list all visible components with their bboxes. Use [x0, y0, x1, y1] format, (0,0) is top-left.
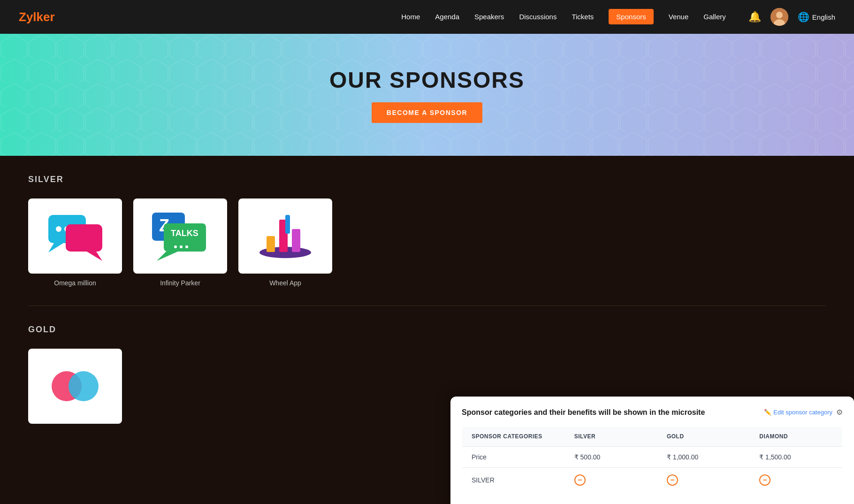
- col-header-categories: SPONSOR CATEGORIES: [462, 427, 565, 447]
- sponsor-card-infinity[interactable]: Z TALKS: [133, 199, 227, 274]
- sponsor-card-wheel[interactable]: [238, 199, 332, 274]
- settings-button[interactable]: ⚙: [836, 408, 843, 417]
- wheel-icon: [255, 210, 316, 262]
- table-body: Price ₹ 500.00 ₹ 1,000.00 ₹ 1,500.00 SIL…: [462, 447, 843, 462]
- nav-item-agenda[interactable]: Agenda: [435, 13, 459, 21]
- hero-title: OUR SPONSORS: [329, 67, 525, 93]
- gear-icon: ⚙: [836, 408, 843, 416]
- sponsor-item-wheel: Wheel App: [238, 199, 332, 287]
- bell-icon[interactable]: 🔔: [748, 11, 761, 23]
- edit-link-label: Edit sponsor category: [773, 409, 832, 416]
- svg-marker-6: [48, 243, 63, 252]
- row-price-silver: ₹ 500.00: [565, 447, 657, 462]
- edit-sponsor-category-link[interactable]: ✏️ Edit sponsor category: [764, 409, 832, 416]
- popup-actions: ✏️ Edit sponsor category ⚙: [764, 408, 843, 417]
- language-selector[interactable]: 🌐 English: [798, 11, 835, 23]
- row-price-gold: ₹ 1,000.00: [657, 447, 750, 462]
- svg-text:TALKS: TALKS: [171, 229, 198, 238]
- svg-rect-10: [66, 224, 102, 252]
- hero-banner: OUR SPONSORS BECOME A SPONSOR: [0, 34, 854, 156]
- globe-icon: 🌐: [798, 11, 809, 23]
- nav-item-gallery[interactable]: Gallery: [703, 13, 726, 21]
- silver-title: SILVER: [28, 175, 826, 184]
- omega-icon: [45, 210, 106, 262]
- popup-header: Sponsor categories and their benefits wi…: [462, 408, 843, 417]
- sponsor-name-wheel: Wheel App: [269, 279, 301, 287]
- table-header: SPONSOR CATEGORIES SILVER GOLD DIAMOND: [462, 427, 843, 447]
- nav-right: 🔔 🌐 English: [748, 8, 835, 26]
- sponsor-card-omega[interactable]: [28, 199, 122, 274]
- nav-item-sponsors[interactable]: Sponsors: [609, 13, 653, 21]
- nav-link-home[interactable]: Home: [401, 13, 420, 21]
- svg-marker-11: [87, 252, 102, 261]
- language-label: English: [812, 13, 835, 21]
- sponsor-item-omega: Omega million: [28, 199, 122, 287]
- svg-point-7: [56, 226, 61, 232]
- nav-item-speakers[interactable]: Speakers: [474, 13, 504, 21]
- row-label-price: Price: [462, 447, 565, 462]
- silver-section: SILVER: [28, 175, 826, 287]
- hero-pattern: [0, 34, 854, 156]
- svg-point-26: [69, 371, 99, 401]
- nav-link-tickets[interactable]: Tickets: [572, 13, 594, 21]
- infinity-icon: Z TALKS: [150, 210, 211, 262]
- svg-rect-24: [285, 215, 290, 234]
- become-sponsor-button[interactable]: BECOME A SPONSOR: [372, 102, 482, 123]
- col-header-gold: GOLD: [657, 427, 750, 447]
- row-price-diamond: ₹ 1,500.00: [750, 447, 842, 462]
- nav-link-sponsors[interactable]: Sponsors: [609, 9, 653, 24]
- nav-link-discussions[interactable]: Discussions: [519, 13, 557, 21]
- nav-links: Home Agenda Speakers Discussions Tickets…: [401, 13, 726, 21]
- nav-link-gallery[interactable]: Gallery: [703, 13, 726, 21]
- gold-title: GOLD: [28, 325, 826, 335]
- nav-item-home[interactable]: Home: [401, 13, 420, 21]
- nav-item-tickets[interactable]: Tickets: [572, 13, 594, 21]
- silver-sponsors-grid: Omega million Z TALKS: [28, 199, 826, 287]
- sponsor-item-infinity: Z TALKS Infinity Parker: [133, 199, 227, 287]
- popup-title: Sponsor categories and their benefits wi…: [462, 408, 705, 417]
- svg-point-19: [185, 245, 188, 248]
- svg-marker-15: [157, 252, 178, 261]
- nav-link-venue[interactable]: Venue: [669, 13, 689, 21]
- nav-link-agenda[interactable]: Agenda: [435, 13, 459, 21]
- sponsor-item-gold1: [28, 349, 122, 424]
- sponsor-name-infinity: Infinity Parker: [160, 279, 200, 287]
- sponsor-card-gold1[interactable]: [28, 349, 122, 424]
- nav-item-discussions[interactable]: Discussions: [519, 13, 557, 21]
- col-header-diamond: DIAMOND: [750, 427, 842, 447]
- section-divider: [28, 305, 826, 306]
- table-row-price: Price ₹ 500.00 ₹ 1,000.00 ₹ 1,500.00: [462, 447, 843, 462]
- svg-rect-21: [267, 236, 275, 252]
- svg-rect-4: [0, 34, 854, 156]
- nav-link-speakers[interactable]: Speakers: [474, 13, 504, 21]
- pencil-icon: ✏️: [764, 409, 771, 416]
- avatar[interactable]: [770, 8, 788, 26]
- navbar: Zylker Home Agenda Speakers Discussions …: [0, 0, 854, 34]
- logo[interactable]: Zylker: [19, 10, 55, 24]
- svg-rect-23: [292, 229, 300, 252]
- sponsor-categories-popup: Sponsor categories and their benefits wi…: [450, 397, 854, 461]
- svg-point-18: [180, 245, 183, 248]
- svg-point-17: [174, 245, 177, 248]
- nav-item-venue[interactable]: Venue: [669, 13, 689, 21]
- sponsor-categories-table: SPONSOR CATEGORIES SILVER GOLD DIAMOND P…: [462, 426, 843, 461]
- col-header-silver: SILVER: [565, 427, 657, 447]
- sponsor-name-omega: Omega million: [54, 279, 96, 287]
- circles-icon: [47, 363, 103, 410]
- svg-point-1: [776, 12, 783, 18]
